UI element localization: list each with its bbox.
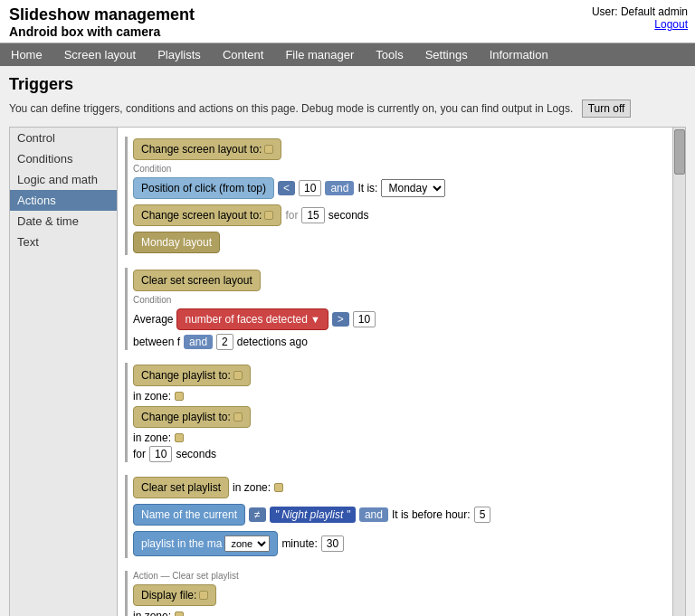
page-description: You can define triggers, conditions and … bbox=[9, 100, 686, 118]
page-title: Triggers bbox=[9, 75, 686, 94]
block-change-layout-2[interactable]: Change screen layout to: bbox=[133, 204, 281, 226]
op-neq[interactable]: ≠ bbox=[249, 507, 266, 522]
app-subtitle: Android box with camera bbox=[9, 24, 686, 39]
app-title: Slideshow management bbox=[9, 5, 686, 24]
turn-off-button[interactable]: Turn off bbox=[582, 100, 632, 118]
val-10-sec[interactable]: 10 bbox=[149, 446, 172, 462]
block-faces-detected[interactable]: number of faces detected ▼ bbox=[176, 308, 328, 330]
day-dropdown[interactable]: Monday bbox=[381, 179, 445, 197]
sidebar-item-conditions[interactable]: Conditions bbox=[10, 148, 117, 169]
condition-label-1: Condition bbox=[133, 164, 667, 174]
hour-val[interactable]: 5 bbox=[474, 507, 491, 523]
action-label-5: Action — Clear set playlist bbox=[133, 571, 667, 581]
and-badge-4: and bbox=[359, 507, 388, 522]
block-change-playlist-2[interactable]: Change playlist to: bbox=[133, 406, 251, 428]
seconds-label-1: seconds bbox=[328, 209, 369, 222]
block-monday-layout[interactable]: Monday layout bbox=[133, 232, 220, 253]
block-playlist-zone[interactable]: playlist in the ma zone bbox=[133, 531, 278, 556]
sidebar-item-logic-and-math[interactable]: Logic and math bbox=[10, 169, 117, 190]
nav-content[interactable]: Content bbox=[212, 43, 275, 66]
op-greater[interactable]: > bbox=[332, 312, 349, 327]
scrollbar-thumb-v[interactable] bbox=[674, 129, 685, 175]
nav-settings[interactable]: Settings bbox=[414, 43, 479, 66]
nav-tools[interactable]: Tools bbox=[365, 43, 414, 66]
user-label: User: Default admin bbox=[592, 5, 688, 18]
block-display-file[interactable]: Display file: bbox=[133, 584, 216, 606]
connector-dot-6 bbox=[175, 433, 184, 442]
zone-select[interactable]: zone bbox=[224, 535, 270, 552]
sidebar-item-text[interactable]: Text bbox=[10, 232, 117, 252]
nav-file-manager[interactable]: File manager bbox=[274, 43, 365, 66]
average-label: Average bbox=[133, 313, 173, 326]
condition-label-2: Condition bbox=[133, 295, 667, 305]
connector-dot-4 bbox=[175, 392, 184, 401]
it-is-before-label: It is before hour: bbox=[392, 508, 471, 521]
logout-link[interactable]: Logout bbox=[654, 18, 688, 31]
connector-dot bbox=[264, 145, 273, 154]
block-position-click[interactable]: Position of click (from top) bbox=[133, 177, 274, 199]
trigger-4: Clear set playlist in zone: Name of the … bbox=[125, 475, 667, 558]
val-10[interactable]: 10 bbox=[299, 180, 321, 196]
detections-ago-label: detections ago bbox=[237, 336, 308, 348]
val-15[interactable]: 15 bbox=[301, 207, 324, 223]
trigger-2: Clear set screen layout Condition Averag… bbox=[125, 268, 667, 350]
connector-dot-8 bbox=[199, 591, 208, 600]
trigger-5: Action — Clear set playlist Display file… bbox=[125, 571, 667, 616]
night-playlist-badge: " Night playlist " bbox=[270, 507, 356, 523]
trigger-3: Change playlist to: in zone: Change play… bbox=[125, 363, 667, 462]
layout-for-label: for bbox=[285, 209, 298, 222]
navbar: Home Screen layout Playlists Content Fil… bbox=[0, 43, 695, 66]
connector-dot-2 bbox=[264, 211, 273, 220]
in-zone-label-3: in zone: bbox=[133, 390, 171, 403]
op-less[interactable]: < bbox=[278, 181, 295, 195]
minute-label: minute: bbox=[281, 537, 317, 550]
sidebar: Control Conditions Logic and math Action… bbox=[9, 127, 118, 616]
val-10-faces[interactable]: 10 bbox=[353, 311, 376, 327]
sidebar-item-date-time[interactable]: Date & time bbox=[10, 211, 117, 232]
block-clear-playlist[interactable]: Clear set playlist bbox=[133, 477, 229, 498]
block-change-layout[interactable]: Change screen layout to: bbox=[133, 138, 281, 160]
connector-dot-3 bbox=[233, 371, 243, 380]
and-badge-2: and bbox=[184, 335, 213, 349]
block-change-playlist[interactable]: Change playlist to: bbox=[133, 365, 251, 386]
it-is-label: It is: bbox=[357, 182, 377, 194]
val-2-detections[interactable]: 2 bbox=[216, 334, 233, 350]
in-zone-label-3b: in zone: bbox=[133, 431, 171, 444]
nav-home[interactable]: Home bbox=[0, 43, 53, 66]
for-label-3: for bbox=[133, 448, 146, 460]
sidebar-item-actions[interactable]: Actions bbox=[10, 190, 117, 211]
sidebar-item-control[interactable]: Control bbox=[10, 128, 117, 148]
nav-information[interactable]: Information bbox=[479, 43, 559, 66]
nav-screen-layout[interactable]: Screen layout bbox=[53, 43, 148, 66]
between-label: between f bbox=[133, 336, 180, 348]
minute-val[interactable]: 30 bbox=[321, 535, 344, 552]
nav-playlists[interactable]: Playlists bbox=[147, 43, 212, 66]
connector-dot-7 bbox=[274, 483, 283, 492]
in-zone-label-5: in zone: bbox=[133, 610, 171, 616]
content-area: Change screen layout to: Condition Posit… bbox=[118, 127, 686, 616]
connector-dot-5 bbox=[233, 412, 243, 422]
and-badge-1: and bbox=[325, 181, 354, 195]
block-name-current[interactable]: Name of the current bbox=[133, 504, 245, 526]
block-clear-layout[interactable]: Clear set screen layout bbox=[133, 270, 261, 291]
trigger-1: Change screen layout to: Condition Posit… bbox=[125, 137, 667, 255]
seconds-label-3: seconds bbox=[176, 448, 216, 460]
user-info: User: Default admin Logout bbox=[592, 5, 688, 31]
connector-dot-9 bbox=[175, 611, 184, 616]
in-zone-label-4: in zone: bbox=[233, 481, 271, 494]
vertical-scrollbar[interactable] bbox=[672, 128, 685, 616]
